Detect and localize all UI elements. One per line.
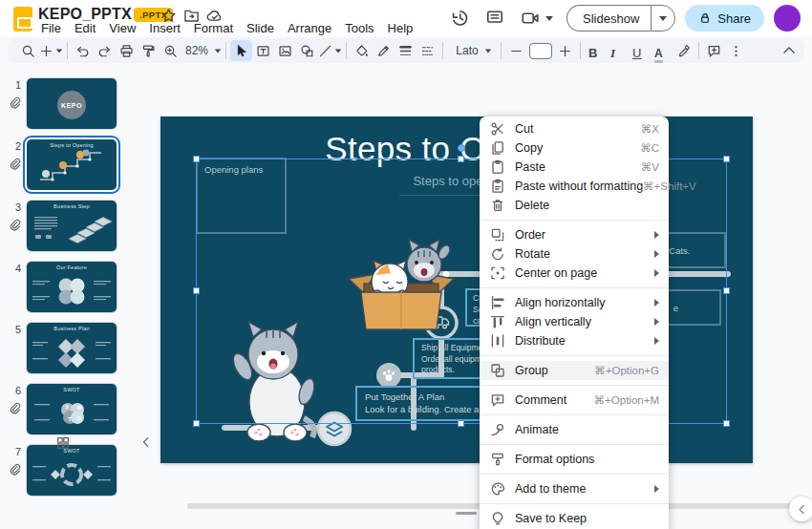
cursor-button[interactable] [230,40,252,61]
text-box-button[interactable] [252,40,274,61]
selection-handle[interactable] [723,287,730,294]
selection-handle[interactable] [723,156,730,162]
menubar-item-format[interactable]: Format [187,20,240,36]
minus-button[interactable] [505,40,527,61]
menu-item-rotate[interactable]: Rotate [480,244,669,264]
plus-button[interactable] [39,40,63,61]
paint-format-button[interactable] [138,40,160,61]
zoom-select[interactable]: 82% [182,40,222,61]
font-size-value[interactable] [529,43,552,59]
slide-thumbnail-1[interactable]: KEPO [27,78,117,129]
menu-item-paste-without-formatting[interactable]: Paste without formatting⌘+Shift+V [480,177,669,196]
slide-thumbnail-5[interactable]: Business Plan [27,323,117,373]
paste-plain-icon [490,179,505,194]
toolbar-separator [442,42,443,59]
slide-thumbnail-2[interactable]: Steps to Opening [27,139,117,190]
selection-handle[interactable] [193,420,200,427]
comments-icon[interactable] [485,9,504,28]
selection-handle[interactable] [723,420,730,427]
version-history-icon[interactable] [450,9,469,28]
selection-handle[interactable] [458,156,464,162]
meet-caret-icon[interactable] [545,16,553,21]
font-family-select[interactable]: Lato [447,40,497,61]
meet-icon[interactable] [521,9,540,28]
fill-color-button[interactable] [351,40,373,61]
menubar-item-arrange[interactable]: Arrange [281,20,338,36]
collapse-toolbar-icon[interactable] [781,43,797,58]
rotation-handle[interactable] [458,144,465,152]
menu-item-shortcut: ⌘+Option+M [594,393,659,407]
slide-thumbnail-4[interactable]: Our Feature [27,262,117,312]
menubar-item-insert[interactable]: Insert [142,20,187,36]
filmstrip-collapse-icon[interactable] [139,435,153,449]
menubar-item-tools[interactable]: Tools [338,20,380,36]
menu-item-align-vertically[interactable]: Align vertically [480,312,669,331]
menubar-item-slide[interactable]: Slide [240,20,281,36]
menubar-item-help[interactable]: Help [381,20,420,36]
image-icon [278,44,292,58]
slide-thumbnail-7[interactable]: SWOT [27,445,117,496]
menu-item-copy[interactable]: Copy⌘C [480,138,669,158]
menu-item-delete[interactable]: Delete [480,196,669,215]
opening-plans-text-box[interactable]: Opening plans [196,158,287,234]
plus-button[interactable] [554,40,576,61]
selection-handle[interactable] [193,287,200,294]
menubar-item-view[interactable]: View [102,20,142,36]
menu-item-label: Format options [515,453,594,466]
menu-item-order[interactable]: Order [480,225,669,244]
menu-item-paste[interactable]: Paste⌘V [480,158,669,177]
border-weight-button[interactable] [395,40,417,61]
redo-button[interactable] [94,40,116,61]
menu-item-cut[interactable]: Cut⌘X [480,119,669,138]
menubar-item-file[interactable]: File [34,20,68,36]
speaker-notes-handle[interactable] [456,512,477,515]
menubar-item-edit[interactable]: Edit [68,20,102,36]
slide-thumbnail-3[interactable]: Business Step [27,201,117,251]
submenu-arrow-icon [654,318,659,326]
menu-item-center-on-page[interactable]: Center on page [480,264,669,283]
slideshow-button[interactable]: Slideshow [566,5,651,32]
menu-item-label: Rotate [515,247,550,261]
panel-collapse-button[interactable] [789,497,812,521]
shape-button[interactable] [296,40,318,61]
slide-thumbnail-6[interactable]: SWOTSWTO [27,384,117,434]
menu-item-format-options[interactable]: Format options [480,450,669,469]
selection-handle[interactable] [193,156,200,162]
line-button[interactable] [318,40,342,61]
image-button[interactable] [274,40,296,61]
highlight-button[interactable] [673,40,694,61]
slide-number: 7 [8,446,21,457]
toolbar-separator [67,42,68,59]
zoom-in-button[interactable] [160,40,182,61]
search-button[interactable] [17,40,39,61]
account-avatar[interactable] [774,5,801,32]
underline-button[interactable]: U [629,40,651,61]
bold-button[interactable]: B [585,40,607,61]
border-dash-button[interactable] [417,40,438,61]
menu-item-animate[interactable]: Animate [480,420,669,439]
menu-item-save-to-keep[interactable]: Save to Keep [480,509,669,528]
text-color-button[interactable]: A [651,40,673,61]
menu-item-group[interactable]: Group⌘+Option+G [480,361,669,380]
slides-app-icon[interactable] [13,7,32,32]
selection-handle[interactable] [458,420,464,427]
print-button[interactable] [116,40,138,61]
center-icon [490,265,505,281]
font-size-input[interactable] [527,40,554,61]
italic-button[interactable]: I [607,40,629,61]
more-vert-button[interactable] [725,40,747,61]
add-comment-button[interactable] [703,40,725,61]
menu-item-add-to-theme[interactable]: Add to theme [480,479,669,498]
submenu-arrow-icon [654,485,659,493]
border-color-button[interactable] [373,40,395,61]
menu-item-comment[interactable]: Comment⌘+Option+M [480,391,669,410]
undo-button[interactable] [72,40,94,61]
menu-divider [480,385,669,386]
share-button[interactable]: Share [685,5,764,32]
slideshow-options-button[interactable] [651,5,675,32]
distribute-icon [490,333,505,349]
menu-item-align-horizontally[interactable]: Align horizontally [480,293,669,312]
menu-divider [480,474,669,475]
grid-view-icon[interactable] [55,435,71,451]
menu-item-distribute[interactable]: Distribute [480,331,669,350]
